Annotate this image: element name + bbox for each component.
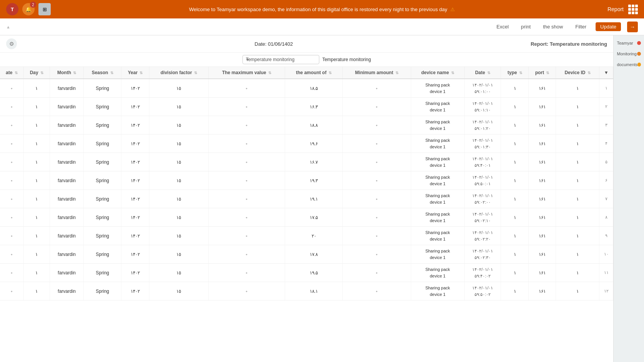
table-row: ◦١farvardinSpring١۴٠٢١٥◦١۶.٧◦Sharing pac… — [0, 153, 613, 171]
print-button[interactable]: print — [518, 22, 534, 31]
table-cell: ١ — [501, 190, 529, 208]
teamyar-label: Teamyar — [617, 41, 633, 45]
table-cell: ١٥ — [149, 153, 208, 171]
documents-folder-icon — [637, 63, 641, 66]
table-cell: ١٧.۵ — [285, 208, 343, 227]
col-min-label: Minimum amount — [355, 70, 393, 75]
table-cell: ١ — [23, 171, 50, 190]
table-container[interactable]: ate ⇅ Day ⇅ Month ⇅ Season ⇅ Year ⇅ divi… — [0, 67, 613, 362]
col-device-id[interactable]: Device ID ⇅ — [556, 67, 599, 79]
table-cell: ١۴٠٢ — [121, 153, 149, 171]
col-day[interactable]: Day ⇅ — [23, 67, 50, 79]
col-date[interactable]: Date ⇅ — [465, 67, 501, 79]
table-cell: ◦ — [0, 190, 23, 208]
table-cell: ١ — [556, 79, 599, 98]
top-bar-message: Welcome to Teamyar workspace demo, the i… — [189, 7, 455, 12]
col-port[interactable]: port ⇅ — [529, 67, 556, 79]
table-row: ◦١farvardinSpring١۴٠٢١٥◦١٩.٣◦Sharing pac… — [0, 171, 613, 190]
sidebar-item-monitoring[interactable]: Monitoring — [616, 49, 642, 58]
col-season[interactable]: Season ⇅ — [84, 67, 121, 79]
col-ate[interactable]: ate ⇅ — [0, 67, 23, 79]
sidebar-item-documents[interactable]: documents — [616, 60, 642, 69]
forward-arrow-button[interactable]: → — [627, 22, 638, 32]
table-cell: ١٨.٨ — [285, 116, 343, 135]
table-cell: ١٥ — [149, 135, 208, 153]
table-cell: ١ — [501, 227, 529, 245]
table-row: ◦١farvardinSpring١۴٠٢١٥◦١٨.٨◦Sharing pac… — [0, 116, 613, 135]
notification-button[interactable]: 🔔 2 — [22, 3, 35, 15]
excel-button[interactable]: Excel — [493, 22, 512, 31]
table-cell: ١۴٠٢ — [121, 116, 149, 135]
col-date-label: Date — [475, 70, 485, 75]
update-button[interactable]: Update — [596, 22, 621, 31]
table-cell: farvardin — [50, 153, 84, 171]
table-cell: ◦ — [0, 282, 23, 301]
table-row: ◦١farvardinSpring١۴٠٢١٥◦١٨.١◦Sharing pac… — [0, 282, 613, 301]
col-year[interactable]: Year ⇅ — [121, 67, 149, 79]
col-ate-label: ate — [6, 70, 12, 75]
table-row: ◦١farvardinSpring١۴٠٢١٥◦١٩.١◦Sharing pac… — [0, 190, 613, 208]
table-cell: ١۴٠٢/٠١/٠١ ٠٢:۵٠:۵٩ — [465, 282, 501, 301]
table-cell: Spring — [84, 98, 121, 116]
table-cell: ◦ — [208, 171, 285, 190]
col-filter-icon[interactable]: ▼ — [604, 70, 609, 75]
col-amount[interactable]: the amount of ⇅ — [285, 67, 343, 79]
table-row: ◦١farvardinSpring١۴٠٢١٥◦١٨.۵◦Sharing pac… — [0, 79, 613, 98]
table-cell: ١۶.٣ — [285, 98, 343, 116]
col-month[interactable]: Month ⇅ — [50, 67, 84, 79]
col-year-label: Year — [128, 70, 138, 75]
table-cell: ◦ — [0, 208, 23, 227]
top-bar-right: Report — [607, 5, 638, 14]
col-amount-label: the amount of — [296, 70, 326, 75]
table-cell: ١٨.۵ — [285, 79, 343, 98]
table-cell: ١٨.١ — [285, 282, 343, 301]
table-cell: ١٥ — [149, 282, 208, 301]
table-cell: ١ — [501, 208, 529, 227]
table-cell: Sharing pack device 1 — [411, 245, 464, 264]
settings-icon[interactable]: ⚙ — [6, 38, 17, 49]
table-cell: ١٥ — [149, 227, 208, 245]
table-cell: Sharing pack device 1 — [411, 171, 464, 190]
table-cell: ١۴٠٢ — [121, 190, 149, 208]
table-cell: ٩ — [599, 227, 613, 245]
user-avatar[interactable]: T — [6, 3, 18, 15]
col-port-label: port — [535, 70, 544, 75]
table-cell: Spring — [84, 245, 121, 264]
table-row: ◦١farvardinSpring١۴٠٢١٥◦١٧.۵◦Sharing pac… — [0, 208, 613, 227]
show-button[interactable]: the show — [540, 22, 566, 31]
table-cell: ١۴٠٢/٠١/٠١ ٠٢:٣٠:۵٩ — [465, 245, 501, 264]
filter-select[interactable]: Temperature monitoring — [242, 55, 319, 64]
col-device-label: device name — [421, 70, 449, 75]
table-cell: ◦ — [342, 116, 411, 135]
table-cell: ١ — [501, 135, 529, 153]
table-cell: ١ — [556, 245, 599, 264]
table-cell: ◦ — [208, 135, 285, 153]
apps-grid-icon[interactable] — [628, 5, 638, 14]
col-min[interactable]: Minimum amount ⇅ — [342, 67, 411, 79]
main-layout: ⚙ Date: 01/06/1402 Report: Temperature m… — [0, 35, 644, 362]
home-button[interactable]: ⊞ — [38, 3, 51, 15]
table-cell: ١٥ — [149, 190, 208, 208]
col-division[interactable]: division factor ⇅ — [149, 67, 208, 79]
report-label: Report — [607, 6, 624, 12]
table-cell: ١ — [23, 153, 50, 171]
table-cell: ٧ — [599, 190, 613, 208]
filter-button[interactable]: Filter — [572, 22, 589, 31]
sidebar-item-teamyar[interactable]: Teamyar — [616, 38, 642, 48]
col-type[interactable]: type ⇅ — [501, 67, 529, 79]
col-device[interactable]: device name ⇅ — [411, 67, 464, 79]
col-max[interactable]: The maximum value ⇅ — [208, 67, 285, 79]
col-type-label: type — [508, 70, 517, 75]
documents-label: documents — [617, 62, 638, 67]
report-date: Date: 01/06/1402 — [255, 41, 293, 47]
table-row: ◦١farvardinSpring١۴٠٢١٥◦١٩.۵◦Sharing pac… — [0, 264, 613, 282]
table-cell: ١۶١ — [529, 245, 556, 264]
table-cell: ١۴٠٢/٠١/٠١ ٠٢:۴٠:۵٩ — [465, 264, 501, 282]
table-cell: ١ — [556, 208, 599, 227]
table-cell: ١ — [23, 282, 50, 301]
table-cell: ١ — [556, 116, 599, 135]
table-cell: Spring — [84, 282, 121, 301]
table-cell: ١۴٠٢/٠١/٠١ ٠١:۴٠:۵٩ — [465, 153, 501, 171]
table-cell: ١۴٠٢ — [121, 208, 149, 227]
table-cell: ◦ — [208, 190, 285, 208]
